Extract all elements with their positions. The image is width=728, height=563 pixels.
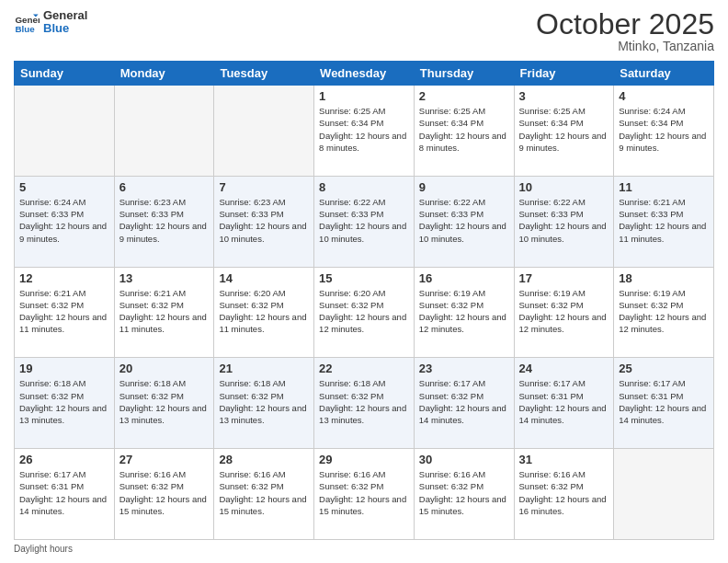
calendar-table: SundayMondayTuesdayWednesdayThursdayFrid…: [14, 61, 714, 540]
day-info: Sunrise: 6:24 AM Sunset: 6:34 PM Dayligh…: [619, 105, 709, 154]
day-number: 26: [19, 453, 109, 466]
calendar-cell: 30Sunrise: 6:16 AM Sunset: 6:32 PM Dayli…: [414, 449, 514, 540]
day-info: Sunrise: 6:16 AM Sunset: 6:32 PM Dayligh…: [419, 468, 509, 517]
calendar-cell: 28Sunrise: 6:16 AM Sunset: 6:32 PM Dayli…: [214, 449, 314, 540]
calendar-week-2: 5Sunrise: 6:24 AM Sunset: 6:33 PM Daylig…: [15, 176, 714, 267]
calendar-week-1: 1Sunrise: 6:25 AM Sunset: 6:34 PM Daylig…: [15, 86, 714, 177]
day-number: 31: [519, 453, 609, 466]
calendar-header-tuesday: Tuesday: [214, 62, 314, 86]
day-info: Sunrise: 6:20 AM Sunset: 6:32 PM Dayligh…: [319, 287, 409, 336]
logo-line1: General: [43, 9, 87, 22]
day-info: Sunrise: 6:23 AM Sunset: 6:33 PM Dayligh…: [119, 196, 210, 245]
calendar-cell: 3Sunrise: 6:25 AM Sunset: 6:34 PM Daylig…: [514, 86, 614, 177]
day-info: Sunrise: 6:19 AM Sunset: 6:32 PM Dayligh…: [519, 287, 609, 336]
calendar-cell: 4Sunrise: 6:24 AM Sunset: 6:34 PM Daylig…: [614, 86, 714, 177]
calendar-header-row: SundayMondayTuesdayWednesdayThursdayFrid…: [15, 62, 714, 86]
calendar-cell: [614, 449, 714, 540]
day-number: 18: [619, 271, 709, 285]
day-number: 14: [219, 271, 309, 285]
calendar-cell: 9Sunrise: 6:22 AM Sunset: 6:33 PM Daylig…: [414, 176, 514, 267]
day-info: Sunrise: 6:18 AM Sunset: 6:32 PM Dayligh…: [319, 377, 409, 426]
calendar-cell: 1Sunrise: 6:25 AM Sunset: 6:34 PM Daylig…: [314, 86, 415, 177]
day-number: 4: [619, 89, 709, 103]
day-info: Sunrise: 6:25 AM Sunset: 6:34 PM Dayligh…: [419, 105, 509, 154]
day-info: Sunrise: 6:16 AM Sunset: 6:32 PM Dayligh…: [219, 468, 309, 517]
calendar-cell: 25Sunrise: 6:17 AM Sunset: 6:31 PM Dayli…: [614, 358, 714, 449]
calendar-cell: 17Sunrise: 6:19 AM Sunset: 6:32 PM Dayli…: [514, 267, 614, 358]
day-number: 8: [319, 180, 409, 194]
calendar-cell: 10Sunrise: 6:22 AM Sunset: 6:33 PM Dayli…: [514, 176, 614, 267]
calendar-cell: 15Sunrise: 6:20 AM Sunset: 6:32 PM Dayli…: [314, 267, 415, 358]
svg-text:Blue: Blue: [15, 24, 35, 34]
title-block: October 2025 Mtinko, Tanzania: [536, 9, 714, 53]
day-number: 11: [619, 180, 709, 194]
calendar-cell: 11Sunrise: 6:21 AM Sunset: 6:33 PM Dayli…: [614, 176, 714, 267]
calendar-cell: 13Sunrise: 6:21 AM Sunset: 6:32 PM Dayli…: [114, 267, 214, 358]
calendar-header-friday: Friday: [514, 62, 614, 86]
day-info: Sunrise: 6:16 AM Sunset: 6:32 PM Dayligh…: [319, 468, 409, 517]
calendar-cell: 16Sunrise: 6:19 AM Sunset: 6:32 PM Dayli…: [414, 267, 514, 358]
day-number: 21: [219, 362, 309, 375]
day-info: Sunrise: 6:21 AM Sunset: 6:32 PM Dayligh…: [19, 287, 109, 336]
day-info: Sunrise: 6:19 AM Sunset: 6:32 PM Dayligh…: [619, 287, 709, 336]
day-number: 2: [419, 89, 509, 103]
day-info: Sunrise: 6:16 AM Sunset: 6:32 PM Dayligh…: [519, 468, 609, 517]
day-info: Sunrise: 6:17 AM Sunset: 6:31 PM Dayligh…: [519, 377, 609, 426]
day-info: Sunrise: 6:21 AM Sunset: 6:33 PM Dayligh…: [619, 196, 709, 245]
calendar-header-monday: Monday: [114, 62, 214, 86]
day-info: Sunrise: 6:19 AM Sunset: 6:32 PM Dayligh…: [419, 287, 509, 336]
calendar-cell: 14Sunrise: 6:20 AM Sunset: 6:32 PM Dayli…: [214, 267, 314, 358]
calendar-cell: 8Sunrise: 6:22 AM Sunset: 6:33 PM Daylig…: [314, 176, 415, 267]
day-number: 15: [319, 271, 409, 285]
day-number: 6: [119, 180, 210, 194]
day-info: Sunrise: 6:17 AM Sunset: 6:31 PM Dayligh…: [619, 377, 709, 426]
location-subtitle: Mtinko, Tanzania: [536, 39, 714, 53]
day-number: 23: [419, 362, 509, 375]
day-info: Sunrise: 6:18 AM Sunset: 6:32 PM Dayligh…: [119, 377, 210, 426]
calendar-cell: 7Sunrise: 6:23 AM Sunset: 6:33 PM Daylig…: [214, 176, 314, 267]
calendar-cell: 23Sunrise: 6:17 AM Sunset: 6:32 PM Dayli…: [414, 358, 514, 449]
logo: General Blue General Blue: [14, 9, 87, 36]
page: General Blue General Blue October 2025 M…: [0, 0, 728, 563]
day-number: 3: [519, 89, 609, 103]
calendar-header-sunday: Sunday: [15, 62, 115, 86]
calendar-cell: 29Sunrise: 6:16 AM Sunset: 6:32 PM Dayli…: [314, 449, 415, 540]
day-info: Sunrise: 6:22 AM Sunset: 6:33 PM Dayligh…: [319, 196, 409, 245]
day-number: 19: [19, 362, 109, 375]
day-info: Sunrise: 6:25 AM Sunset: 6:34 PM Dayligh…: [519, 105, 609, 154]
day-number: 29: [319, 453, 409, 466]
day-number: 24: [519, 362, 609, 375]
day-number: 22: [319, 362, 409, 375]
day-number: 25: [619, 362, 709, 375]
day-number: 17: [519, 271, 609, 285]
calendar-cell: 5Sunrise: 6:24 AM Sunset: 6:33 PM Daylig…: [15, 176, 115, 267]
day-number: 9: [419, 180, 509, 194]
calendar-header-thursday: Thursday: [414, 62, 514, 86]
calendar-cell: [214, 86, 314, 177]
day-info: Sunrise: 6:20 AM Sunset: 6:32 PM Dayligh…: [219, 287, 309, 336]
day-number: 7: [219, 180, 309, 194]
calendar-cell: 18Sunrise: 6:19 AM Sunset: 6:32 PM Dayli…: [614, 267, 714, 358]
day-number: 12: [19, 271, 109, 285]
day-number: 5: [19, 180, 109, 194]
calendar-week-3: 12Sunrise: 6:21 AM Sunset: 6:32 PM Dayli…: [15, 267, 714, 358]
calendar-week-4: 19Sunrise: 6:18 AM Sunset: 6:32 PM Dayli…: [15, 358, 714, 449]
header: General Blue General Blue October 2025 M…: [14, 9, 714, 53]
calendar-header-saturday: Saturday: [614, 62, 714, 86]
day-number: 16: [419, 271, 509, 285]
day-info: Sunrise: 6:24 AM Sunset: 6:33 PM Dayligh…: [19, 196, 109, 245]
day-info: Sunrise: 6:25 AM Sunset: 6:34 PM Dayligh…: [319, 105, 409, 154]
day-number: 1: [319, 89, 409, 103]
calendar-week-5: 26Sunrise: 6:17 AM Sunset: 6:31 PM Dayli…: [15, 449, 714, 540]
calendar-cell: 22Sunrise: 6:18 AM Sunset: 6:32 PM Dayli…: [314, 358, 415, 449]
day-info: Sunrise: 6:22 AM Sunset: 6:33 PM Dayligh…: [419, 196, 509, 245]
day-number: 27: [119, 453, 210, 466]
calendar-cell: 27Sunrise: 6:16 AM Sunset: 6:32 PM Dayli…: [114, 449, 214, 540]
footer-note: Daylight hours: [14, 544, 714, 554]
logo-icon: General Blue: [14, 9, 40, 35]
calendar-cell: 26Sunrise: 6:17 AM Sunset: 6:31 PM Dayli…: [15, 449, 115, 540]
day-info: Sunrise: 6:17 AM Sunset: 6:31 PM Dayligh…: [19, 468, 109, 517]
calendar-cell: 19Sunrise: 6:18 AM Sunset: 6:32 PM Dayli…: [15, 358, 115, 449]
day-number: 30: [419, 453, 509, 466]
calendar-cell: 12Sunrise: 6:21 AM Sunset: 6:32 PM Dayli…: [15, 267, 115, 358]
